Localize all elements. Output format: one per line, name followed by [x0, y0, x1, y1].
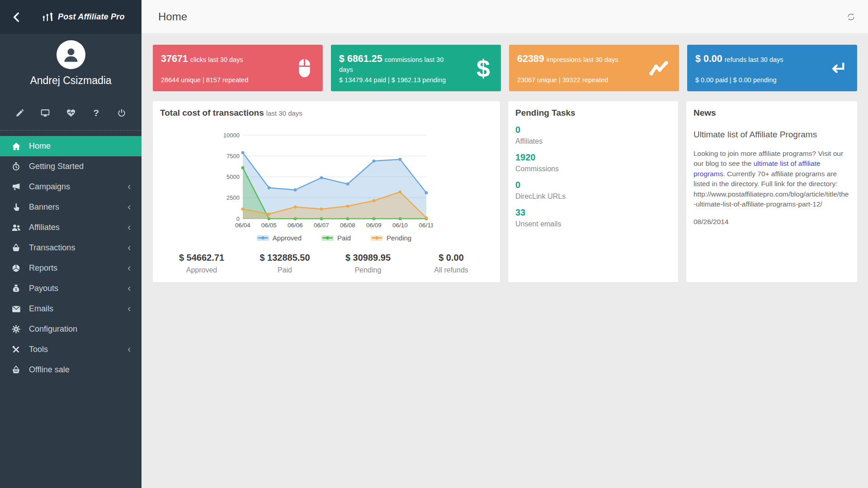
help-icon[interactable]: ? [91, 108, 102, 118]
edit-icon[interactable] [14, 108, 25, 118]
sidebar-item-transactions[interactable]: Transactions [0, 238, 142, 258]
news-panel: News Ultimate list of Affiliate Programs… [686, 101, 857, 282]
pending-unsent-emails: 33 Unsent emails [515, 207, 671, 228]
area-chart: 02500500075001000006/0406/0506/0606/0706… [220, 131, 433, 232]
news-date: 08/26/2014 [693, 218, 850, 226]
sidebar-item-home[interactable]: Home [0, 136, 142, 156]
offline-basket-icon [11, 365, 21, 375]
pending-commissions: 1920 Commissions [515, 152, 671, 173]
sidebar-header: Post Affiliate Pro [0, 0, 142, 34]
sidebar-item-emails[interactable]: Emails [0, 299, 142, 319]
basket-icon [11, 243, 21, 253]
chevron-left-icon [126, 184, 132, 190]
svg-text:5000: 5000 [226, 174, 240, 180]
transactions-totals: $ 54662.71Approved $ 132885.50Paid $ 309… [160, 253, 493, 274]
stat-card-commissions[interactable]: $ 6861.25commissions last 30 days $ 1347… [331, 45, 501, 91]
heartbeat-icon[interactable] [66, 108, 76, 118]
transactions-panel-title: Total cost of transactions [160, 108, 264, 117]
topbar: Home [142, 0, 868, 34]
svg-text:10000: 10000 [223, 132, 240, 139]
chart-legend: Approved Paid Pending [175, 234, 493, 242]
svg-text:06/08: 06/08 [340, 222, 355, 229]
hand-pointer-icon [11, 202, 21, 212]
collapse-sidebar-button[interactable] [11, 11, 23, 23]
impressions-label: impressions last 30 days [547, 56, 618, 63]
users-icon [11, 222, 21, 233]
money-bag-icon: $ [11, 283, 21, 294]
stat-cards-row: 37671clicks last 30 days 28644 unique | … [153, 45, 857, 91]
monitor-icon[interactable] [40, 108, 51, 118]
refunds-value: $ 0.00 [695, 53, 722, 64]
svg-text:06/11: 06/11 [419, 222, 433, 229]
commissions-value: $ 6861.25 [339, 53, 382, 64]
total-paid: $ 132885.50Paid [243, 253, 326, 274]
panels-row: Total cost of transactionslast 30 days 0… [153, 101, 857, 282]
app-root: Post Affiliate Pro Andrej Csizmadia ? [0, 0, 868, 488]
legend-swatch-approved [257, 235, 269, 241]
legend-swatch-paid [321, 235, 334, 241]
svg-text:06/07: 06/07 [314, 222, 329, 229]
svg-text:06/04: 06/04 [235, 222, 250, 229]
news-title: News [693, 108, 850, 118]
pending-affiliates: 0 Affiliates [515, 125, 671, 145]
chevron-left-icon [126, 204, 132, 211]
gear-icon [11, 324, 21, 334]
news-article-title: Ultimate list of Affiliate Programs [693, 130, 850, 140]
sidebar-menu: Home Getting Started Campaigns Banners A… [0, 131, 142, 380]
avatar[interactable] [57, 40, 85, 69]
legend-paid: Paid [321, 234, 351, 242]
sidebar-item-getting-started[interactable]: Getting Started [0, 156, 142, 177]
commissions-subtext: $ 13479.44 paid | $ 1962.13 pending [339, 76, 446, 84]
transactions-panel: Total cost of transactionslast 30 days 0… [153, 101, 500, 282]
total-approved: $ 54662.71Approved [160, 253, 243, 274]
stat-card-clicks[interactable]: 37671clicks last 30 days 28644 unique | … [153, 45, 323, 91]
quick-actions: ? [0, 108, 142, 118]
chevron-left-icon [126, 347, 132, 353]
home-icon [11, 141, 21, 151]
sidebar-item-campaigns[interactable]: Campaigns [0, 177, 142, 197]
svg-text:7500: 7500 [226, 153, 240, 160]
clicks-value: 37671 [161, 53, 188, 64]
brand-logo: Post Affiliate Pro [42, 12, 125, 23]
total-pending: $ 30989.95Pending [326, 253, 410, 274]
sidebar-item-affiliates[interactable]: Affiliates [0, 217, 142, 238]
refresh-icon[interactable] [847, 13, 855, 21]
return-icon [829, 61, 846, 76]
power-icon[interactable] [116, 108, 127, 118]
sidebar-item-offline-sale[interactable]: Offline sale [0, 360, 142, 380]
legend-swatch-pending [371, 235, 383, 241]
sidebar-item-reports[interactable]: Reports [0, 258, 142, 278]
trend-icon [649, 61, 668, 75]
sidebar-item-banners[interactable]: Banners [0, 197, 142, 217]
envelope-icon [11, 304, 21, 314]
svg-text:06/05: 06/05 [261, 222, 277, 229]
sidebar-item-payouts[interactable]: $ Payouts [0, 278, 142, 299]
refunds-label: refunds last 30 days [725, 56, 783, 63]
chevron-left-icon [126, 245, 132, 251]
transactions-chart: 02500500075001000006/0406/0506/0606/0706… [160, 131, 493, 232]
megaphone-icon [11, 182, 21, 192]
chevron-left-icon [126, 225, 132, 231]
sidebar-item-tools[interactable]: Tools [0, 339, 142, 360]
chevron-left-icon [126, 265, 132, 272]
impressions-value: 62389 [517, 53, 544, 64]
legend-approved: Approved [257, 234, 302, 242]
pending-tasks-panel: Pending Tasks 0 Affiliates 1920 Commissi… [508, 101, 678, 282]
user-name: Andrej Csizmadia [0, 75, 142, 87]
svg-text:2500: 2500 [226, 194, 240, 201]
chevron-left-icon [126, 306, 132, 312]
growth-arrows-icon [42, 12, 54, 23]
clicks-subtext: 28644 unique | 8157 repeated [161, 76, 248, 84]
pie-chart-icon [11, 263, 21, 273]
sidebar-item-configuration[interactable]: Configuration [0, 319, 142, 339]
user-profile: Andrej Csizmadia ? [0, 34, 142, 118]
clicks-label: clicks last 30 days [190, 56, 243, 63]
svg-text:0: 0 [236, 216, 240, 222]
sidebar: Post Affiliate Pro Andrej Csizmadia ? [0, 0, 142, 488]
stat-card-impressions[interactable]: 62389impressions last 30 days 23067 uniq… [509, 45, 679, 91]
person-icon [61, 45, 80, 64]
page-title: Home [158, 10, 187, 23]
main-area: Home 37671clicks last 30 days 28644 uniq… [142, 0, 868, 488]
svg-text:06/06: 06/06 [288, 222, 303, 229]
stat-card-refunds[interactable]: $ 0.00refunds last 30 days $ 0.00 paid |… [687, 45, 857, 91]
